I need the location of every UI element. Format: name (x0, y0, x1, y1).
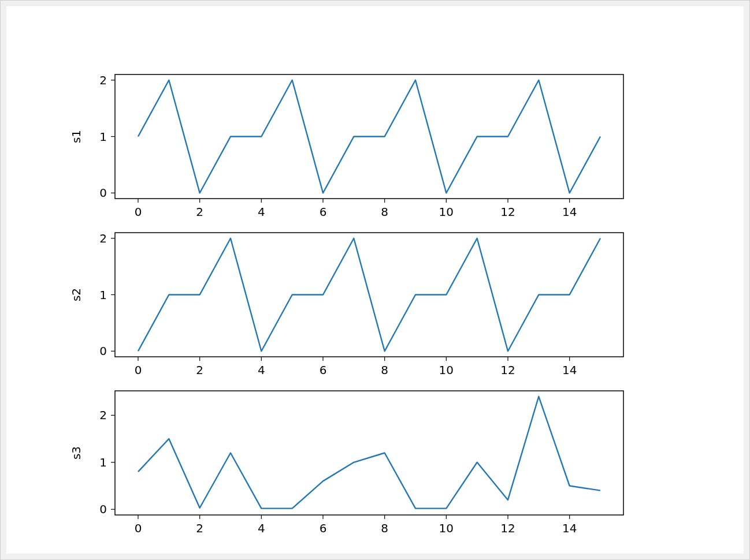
x-tick-label: 12 (500, 521, 515, 535)
x-tick-label: 0 (135, 205, 142, 219)
x-tick-label: 10 (439, 363, 454, 377)
x-tick-label: 2 (196, 205, 203, 219)
x-tick-label: 8 (381, 363, 388, 377)
y-tick-label: 0 (99, 344, 107, 358)
subplot-1: 02468101214012s1 (69, 73, 623, 219)
y-axis-label: s2 (69, 288, 83, 301)
x-tick-label: 10 (439, 521, 454, 535)
axes-frame (115, 391, 623, 515)
x-tick-label: 4 (258, 521, 265, 535)
figure: 02468101214012s102468101214012s202468101… (6, 6, 744, 554)
x-tick-label: 0 (135, 363, 142, 377)
y-tick-label: 0 (99, 186, 107, 200)
x-tick-label: 8 (381, 521, 388, 535)
y-tick-label: 1 (99, 130, 107, 144)
y-axis-label: s1 (69, 130, 83, 143)
y-tick-label: 2 (99, 232, 107, 245)
x-tick-label: 12 (500, 363, 515, 377)
x-tick-label: 10 (439, 205, 454, 219)
x-tick-label: 0 (135, 521, 142, 535)
x-tick-label: 14 (562, 205, 577, 219)
y-tick-label: 0 (99, 502, 107, 516)
x-tick-label: 14 (562, 363, 577, 377)
subplot-3: 02468101214012s3 (69, 391, 623, 535)
series-line-s2 (138, 238, 600, 351)
figure-svg: 02468101214012s102468101214012s202468101… (6, 6, 744, 554)
x-tick-label: 8 (381, 205, 388, 219)
x-tick-label: 12 (500, 205, 515, 219)
y-tick-label: 1 (99, 288, 107, 302)
y-axis-label: s3 (69, 446, 83, 460)
y-tick-label: 2 (99, 408, 107, 422)
x-tick-label: 2 (196, 521, 203, 535)
subplot-2: 02468101214012s2 (69, 232, 623, 377)
x-tick-label: 6 (320, 205, 327, 219)
notebook-output-cell: 02468101214012s102468101214012s202468101… (0, 0, 750, 560)
x-tick-label: 4 (258, 205, 265, 219)
series-line-s1 (138, 80, 600, 193)
x-tick-label: 6 (320, 363, 327, 377)
x-tick-label: 14 (562, 521, 577, 535)
x-tick-label: 4 (258, 363, 265, 377)
x-tick-label: 2 (196, 363, 203, 377)
series-line-s3 (138, 397, 600, 509)
y-tick-label: 2 (99, 73, 107, 87)
y-tick-label: 1 (99, 456, 107, 469)
x-tick-label: 6 (320, 521, 327, 535)
